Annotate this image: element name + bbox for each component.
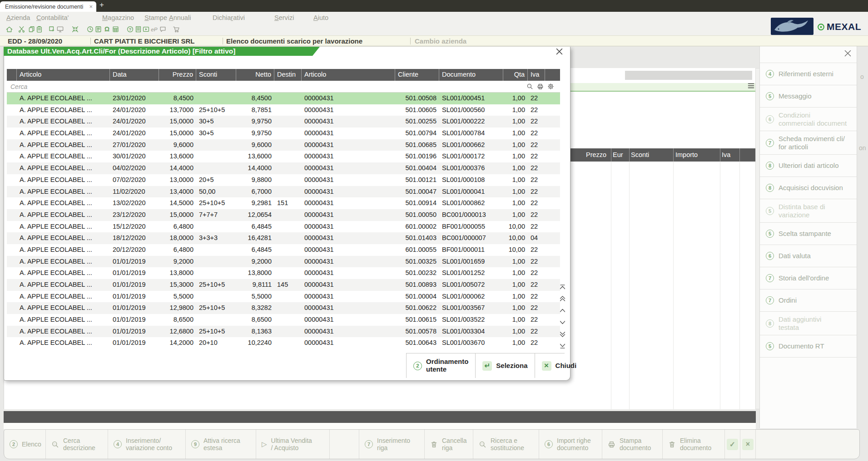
play-icon[interactable] [142, 25, 150, 33]
sidebar-item-ulteriori-dati-articolo[interactable]: 8Ulteriori dati articolo [760, 155, 857, 177]
scroll-bottom-icon[interactable] [559, 343, 566, 349]
menu-annuali[interactable]: Annuali [169, 12, 191, 24]
clock-icon[interactable] [86, 25, 94, 33]
table-row[interactable]: A. APPLE ECOLABEL ...01/01/201914,200020… [7, 337, 560, 349]
table-row[interactable]: A. APPLE ECOLABEL ...01/01/20195,50005,5… [7, 291, 560, 303]
sidebar-item-storia-dell-ordine[interactable]: 7Storia dell'ordine [760, 267, 857, 289]
table-row[interactable]: A. APPLE ECOLABEL ...27/01/20209,60009,6… [7, 139, 560, 151]
chiudi-button[interactable]: ×Chiudi [535, 353, 584, 378]
scroll-top-icon[interactable] [559, 284, 566, 290]
column-header-prezzo[interactable]: Prezzo [159, 69, 196, 81]
table-row[interactable]: A. APPLE ECOLABEL ...01/01/201912,980025… [7, 302, 560, 314]
menu-dichiarativi[interactable]: Dichiarativi [213, 12, 245, 24]
table-row[interactable]: A. APPLE ECOLABEL ...01/01/201915,300025… [7, 279, 560, 291]
sidebar-item-scheda-movimenti-cli-for-articoli[interactable]: 7Scheda movimenti cli/for articoli [760, 131, 857, 155]
table-row[interactable]: A. APPLE ECOLABEL ...24/01/202015,000030… [7, 128, 560, 139]
popup-close-icon[interactable] [556, 48, 563, 55]
monitor-icon[interactable] [56, 25, 64, 33]
scroll-pageup-icon[interactable] [559, 296, 566, 302]
select-icon[interactable] [48, 25, 56, 33]
toolbar-elenco[interactable]: 2Elenco [4, 430, 46, 459]
table-row[interactable]: A. APPLE ECOLABEL ...30/01/202013,600013… [7, 151, 560, 162]
toolbar-inserimento-riga[interactable]: 7Inserimentoriga [359, 430, 425, 459]
column-header-articolo[interactable]: Articolo [17, 69, 110, 81]
notes-icon[interactable] [134, 25, 142, 33]
cart-icon[interactable] [173, 25, 180, 33]
column-header-articolo[interactable]: Articolo [302, 69, 395, 81]
toolbar-elimina-documento[interactable]: Eliminadocumento [663, 430, 725, 459]
scroll-down-icon[interactable] [559, 319, 566, 325]
scroll-up-icon[interactable] [559, 308, 566, 314]
active-tab[interactable]: Emissione/revisione documenti × [0, 1, 96, 12]
change-company-action[interactable]: Cambio azienda [415, 36, 466, 47]
toolbar-inserimento-variazione-conto[interactable]: 4Inserimento/variazione conto [108, 430, 186, 459]
toolbar-cancella-riga[interactable]: Cancellariga [425, 430, 473, 459]
toolbar-attiva-ricerca-estesa[interactable]: 9Attiva ricercaestesa [186, 430, 256, 459]
book-icon[interactable] [94, 25, 102, 33]
menu-servizi[interactable]: Servizi [274, 12, 294, 24]
chat-icon[interactable] [159, 25, 167, 33]
table-row[interactable]: A. APPLE ECOLABEL ...01/01/201912,680025… [7, 326, 560, 338]
sidebar-item-riferimenti-esterni[interactable]: 4Riferimenti esterni [760, 63, 857, 85]
omega-icon[interactable]: Ω [103, 25, 111, 33]
shrink-icon[interactable] [71, 25, 79, 33]
table-row[interactable]: A. APPLE ECOLABEL ...07/02/202013,000020… [7, 174, 560, 186]
column-header-netto[interactable]: Netto [236, 69, 274, 81]
grid-icon[interactable] [112, 25, 119, 33]
scroll-pagedown-icon[interactable] [559, 331, 566, 337]
cut-icon[interactable] [18, 25, 25, 33]
paste-icon[interactable] [35, 25, 43, 33]
table-row[interactable]: A. APPLE ECOLABEL ...20/12/20206,48006,4… [7, 244, 560, 256]
close-icon[interactable] [844, 49, 852, 57]
menu-magazzino[interactable]: Magazzino [102, 12, 134, 24]
table-row[interactable]: A. APPLE ECOLABEL ...04/02/202014,400014… [7, 162, 560, 174]
sidebar-item-acquisisci-docuvision[interactable]: 8Acquisisci docuvision [760, 177, 857, 199]
toolbar-import-righe-documento[interactable]: 6Import righedocumento [539, 430, 602, 459]
gear-icon[interactable] [547, 83, 554, 90]
cancel-button[interactable]: × [740, 430, 756, 459]
ordinamento-button[interactable]: 2Ordinamentoutente [406, 353, 475, 378]
table-row[interactable]: A. APPLE ECOLABEL ...01/01/20198,65008,6… [7, 314, 560, 326]
menu-stampe[interactable]: Stampe [144, 12, 167, 24]
toolbar-cerca-descrizione[interactable]: Cercadescrizione [46, 430, 108, 459]
column-header-sconti[interactable]: Sconti [196, 69, 236, 81]
tab-close-icon[interactable]: × [89, 3, 93, 10]
table-row[interactable]: A. APPLE ECOLABEL ...24/01/202013,700025… [7, 104, 560, 116]
menu-contabilita[interactable]: Contabilita' [36, 12, 69, 24]
seleziona-button[interactable]: ↵Seleziona [475, 353, 534, 378]
table-row[interactable]: A. APPLE ECOLABEL ...23/01/20208,45008,4… [7, 93, 560, 104]
column-header-qta[interactable]: Qta [503, 69, 528, 81]
sidebar-item-messaggio[interactable]: 5Messaggio [760, 85, 857, 108]
column-header-iva[interactable]: Iva [528, 69, 545, 81]
toolbar-ricerca-e-sostituzione[interactable]: Ricerca esostituzione [473, 430, 539, 459]
table-row[interactable]: A. APPLE ECOLABEL ...18/12/202018,00003+… [7, 232, 560, 244]
column-header-cliente[interactable]: Cliente [395, 69, 439, 81]
column-header-data[interactable]: Data [110, 69, 159, 81]
column-header-documento[interactable]: Documento [439, 69, 503, 81]
copy-icon[interactable] [28, 25, 35, 33]
table-row[interactable]: A. APPLE ECOLABEL ...15/12/20206,48006,4… [7, 221, 560, 233]
home-icon[interactable] [5, 25, 13, 33]
search-input[interactable]: Cerca [7, 83, 526, 90]
toolbar-ultima-vendita-acquisto[interactable]: ▷Ultima Vendita/ Acquisto [256, 430, 330, 459]
table-row[interactable]: A. APPLE ECOLABEL ...24/01/202015,000030… [7, 116, 560, 128]
new-tab-button[interactable]: + [99, 0, 104, 10]
table-row[interactable]: A. APPLE ECOLABEL ...01/01/20199,20009,2… [7, 256, 560, 268]
table-row[interactable]: A. APPLE ECOLABEL ...01/01/201913,800013… [7, 267, 560, 279]
sidebar-item-documento-rt[interactable]: 5Documento RT [760, 335, 857, 358]
help-icon[interactable]: ? [126, 25, 134, 33]
printer-icon[interactable] [537, 83, 544, 90]
sidebar-item-dati-valuta[interactable]: 6Dati valuta [760, 245, 857, 267]
sidebar-item-scelta-stampante[interactable]: 5Scelta stampante [760, 223, 857, 245]
hamburger-icon[interactable] [748, 83, 754, 89]
form-field[interactable] [625, 71, 752, 80]
sidebar-item-ordini[interactable]: 7Ordini [760, 289, 857, 312]
table-row[interactable]: A. APPLE ECOLABEL ...23/12/202015,00007+… [7, 209, 560, 221]
toolbar-stampa-documento[interactable]: Stampadocumento [602, 430, 663, 459]
confirm-button[interactable]: ✓ [725, 430, 740, 459]
menu-aiuto[interactable]: Aiuto [313, 12, 328, 24]
table-row[interactable]: A. APPLE ECOLABEL ...11/02/202013,400050… [7, 186, 560, 198]
ep-icon[interactable]: eP [150, 25, 158, 33]
search-icon[interactable] [526, 83, 533, 90]
menu-azienda[interactable]: Azienda [6, 12, 30, 24]
